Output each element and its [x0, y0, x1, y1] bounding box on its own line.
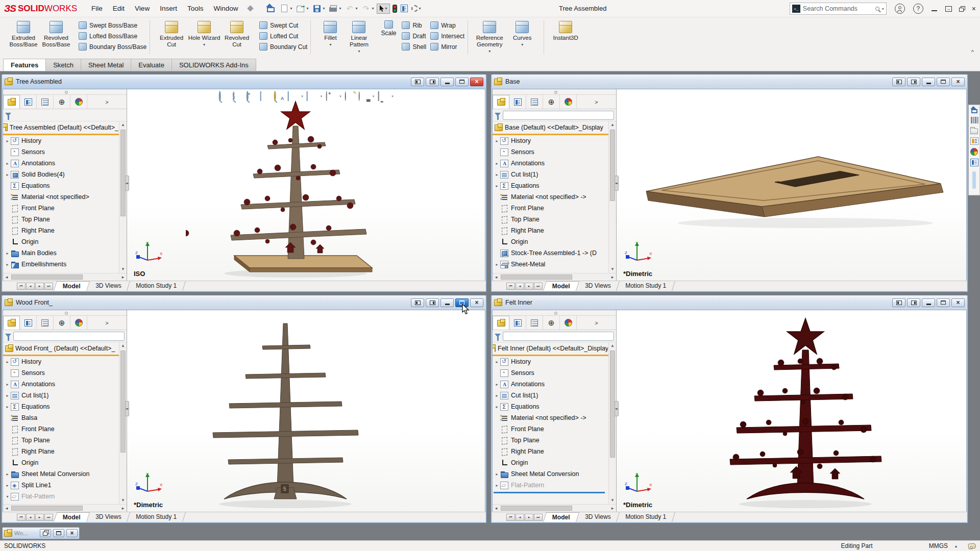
ribbon-tab[interactable]: Sheet Metal — [81, 59, 131, 71]
status-units-label[interactable]: MMGS — [929, 542, 948, 549]
expand-arrow-icon[interactable]: ▸ — [494, 262, 500, 267]
tree-item[interactable]: Balsa — [3, 412, 118, 423]
redo-button[interactable]: ↷▾ — [360, 3, 375, 15]
scroll-left-arrow[interactable]: ◂ — [493, 506, 500, 511]
search-commands-box[interactable]: >_ Search Commands ▾ — [790, 3, 887, 15]
expand-arrow-icon[interactable]: ▾ — [4, 494, 11, 499]
scroll-left-arrow[interactable]: ◂ — [3, 506, 10, 511]
tree-item[interactable]: Right Plane — [493, 225, 608, 236]
ribbon-stack-button[interactable]: Rib — [400, 20, 428, 30]
login-user-button[interactable] — [895, 4, 905, 14]
close-button[interactable]: × — [951, 78, 965, 86]
ribbon-stack-button[interactable]: Mirror — [428, 42, 467, 52]
child-titlebar[interactable]: Tree Assembled × — [3, 74, 485, 89]
tree-root-item[interactable]: Tree Assembled (Default) <<Default>_ — [3, 121, 118, 134]
ribbon-big-button[interactable]: Instant3D — [549, 19, 582, 46]
tile-left-button[interactable] — [892, 78, 905, 86]
tree-vertical-scrollbar[interactable]: ▲ ▼ — [119, 121, 127, 273]
rollback-bar[interactable] — [494, 492, 605, 493]
ribbon-stack-button[interactable]: Boundary Cut — [257, 42, 309, 52]
expand-arrow-icon[interactable]: ▸ — [494, 393, 500, 398]
scroll-down-arrow[interactable]: ▼ — [119, 266, 127, 273]
scroll-left-arrow[interactable]: ◂ — [493, 274, 500, 280]
search-input[interactable]: Search Commands — [803, 5, 873, 12]
tab-property-manager[interactable] — [526, 95, 543, 109]
ribbon-big-button[interactable]: Revolved Boss/Base — [40, 19, 72, 53]
tree-item[interactable]: Material <not specified> -> — [493, 191, 608, 203]
tree-item[interactable]: Material <not specified> — [3, 191, 118, 203]
tab-dimxpert[interactable]: ⊕ — [54, 95, 70, 109]
tab-property-manager[interactable] — [37, 316, 54, 330]
tab-appearances[interactable] — [560, 316, 577, 330]
menu-item[interactable]: View — [130, 2, 155, 15]
tree-horizontal-scrollbar[interactable]: ◂ ▸ — [493, 273, 616, 281]
menu-item[interactable]: Window — [208, 2, 243, 15]
tree-item[interactable]: ▸ History — [493, 356, 608, 367]
next-tab-button[interactable]: ▸ — [35, 514, 44, 521]
ribbon-big-button[interactable]: Extruded Cut — [155, 19, 188, 53]
tile-right-button[interactable] — [426, 298, 439, 307]
expand-arrow-icon[interactable]: ▸ — [4, 483, 11, 488]
scrollbar-thumb[interactable] — [501, 274, 572, 280]
appearances-icon[interactable] — [970, 148, 978, 156]
child-titlebar[interactable]: Wood Front_ × — [3, 295, 485, 310]
maximize-button[interactable] — [937, 78, 950, 86]
prev-tab-button[interactable]: ◂ — [516, 514, 524, 521]
filter-funnel-icon[interactable] — [495, 113, 501, 116]
document-tab[interactable]: Model — [543, 281, 579, 291]
tree-item[interactable]: ▸ Equations — [493, 401, 608, 412]
tree-item[interactable]: Front Plane — [3, 423, 118, 435]
maximize-button[interactable] — [455, 78, 469, 86]
scroll-right-arrow[interactable]: ▸ — [119, 506, 127, 511]
ribbon-stack-button[interactable]: Draft — [400, 31, 428, 41]
help-button[interactable]: ? — [913, 4, 923, 14]
scroll-right-arrow[interactable]: ▸ — [609, 506, 616, 511]
scrollbar-thumb[interactable] — [501, 506, 572, 511]
menu-item[interactable]: Edit — [108, 2, 130, 15]
tile-left-button[interactable] — [411, 298, 424, 307]
panel-splitter[interactable] — [3, 89, 127, 95]
scroll-right-arrow[interactable]: ▸ — [119, 274, 127, 280]
panel-splitter[interactable] — [493, 310, 616, 316]
ribbon-stack-button[interactable]: Intersect — [428, 31, 467, 41]
filter-funnel-icon[interactable] — [495, 334, 501, 337]
tree-item[interactable]: Stock-Tree Assembled-1 -> (D — [493, 247, 608, 259]
model-wood-front[interactable]: 5 — [168, 314, 403, 512]
tree-vertical-scrollbar[interactable]: ▲ ▼ — [608, 342, 616, 504]
scroll-right-arrow[interactable]: ▸ — [609, 274, 616, 280]
next-tab-button[interactable]: ▸ — [525, 283, 533, 290]
document-tab[interactable]: 3D Views — [87, 281, 131, 291]
restore-button[interactable] — [945, 6, 952, 12]
caret-icon[interactable]: ▾ — [306, 6, 308, 11]
feature-filter-input[interactable] — [503, 332, 614, 341]
search-icon[interactable] — [875, 7, 879, 11]
print-button[interactable]: ▾ — [327, 3, 342, 15]
minimize-button[interactable] — [922, 78, 935, 86]
ribbon-tab[interactable]: SOLIDWORKS Add-Ins — [172, 59, 256, 71]
scrollbar-thumb[interactable] — [120, 130, 126, 216]
expand-arrow-icon[interactable]: ▸ — [494, 483, 500, 488]
caret-icon[interactable]: ▾ — [339, 6, 341, 11]
scroll-up-arrow[interactable]: ▲ — [119, 342, 127, 349]
tab-feature-tree[interactable] — [493, 95, 509, 109]
tree-vertical-scrollbar[interactable]: ▲ ▼ — [119, 342, 127, 504]
ribbon-stack-button[interactable]: Lofted Cut — [257, 31, 309, 41]
ribbon-big-button[interactable]: Curves▾ — [506, 19, 538, 46]
new-document-button[interactable]: ▾ — [278, 3, 293, 15]
tree-item[interactable]: Front Plane — [493, 423, 608, 435]
next-tab-button[interactable]: ▸ — [525, 514, 533, 521]
search-caret-icon[interactable]: ▾ — [882, 7, 884, 11]
tree-item[interactable]: Origin — [493, 236, 608, 247]
tree-item[interactable]: Front Plane — [3, 203, 118, 214]
caret-icon[interactable]: ▾ — [323, 6, 325, 11]
tree-item[interactable]: Sensors — [3, 367, 118, 379]
expand-arrow-icon[interactable]: ▸ — [4, 161, 11, 166]
feature-filter-input[interactable] — [503, 111, 614, 120]
undo-button[interactable]: ↶▾ — [344, 3, 359, 15]
tree-item[interactable]: ▸ History — [3, 356, 118, 367]
open-button[interactable]: ▾ — [295, 3, 309, 15]
tree-item[interactable]: Sensors — [3, 146, 118, 158]
tab-feature-tree[interactable] — [3, 316, 20, 330]
document-tab[interactable]: Model — [54, 512, 90, 522]
tree-item[interactable]: Sensors — [493, 367, 608, 379]
